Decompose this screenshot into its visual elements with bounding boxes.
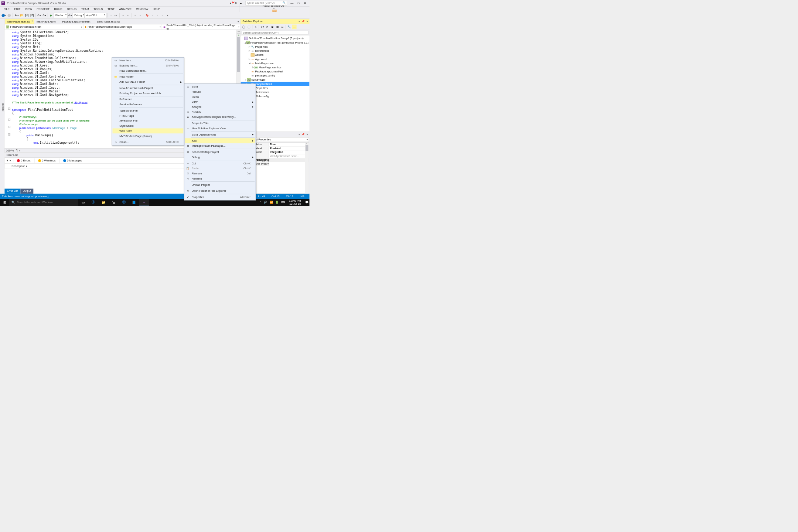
- fold-toggle[interactable]: -: [8, 108, 10, 110]
- tab-mainpage-cs[interactable]: MainPage.xaml.cs: [5, 19, 34, 24]
- tray-volume-icon[interactable]: 🔊: [264, 201, 267, 204]
- start-button[interactable]: ⊞: [0, 199, 9, 206]
- tabs-overflow-button[interactable]: ▾: [236, 19, 241, 24]
- menu-analyze[interactable]: ANALYZE: [117, 7, 134, 12]
- menu-item[interactable]: ▭New Solution Explorer View: [185, 126, 255, 131]
- tab-mainpage-xaml[interactable]: MainPage.xaml: [34, 19, 60, 24]
- taskbar-app[interactable]: 📘: [129, 199, 139, 206]
- tray-battery-icon[interactable]: 🔋: [275, 201, 279, 204]
- se-collapse-button[interactable]: ▣: [270, 24, 274, 29]
- se-properties-button[interactable]: 🔧: [287, 24, 291, 29]
- errors-filter[interactable]: 0 Errors: [16, 158, 32, 163]
- tb-btn-2[interactable]: ▭: [113, 13, 119, 18]
- undo-button[interactable]: ↶▾: [37, 13, 42, 18]
- menu-item[interactable]: MVC 5 View Page (Razor): [113, 133, 184, 139]
- menu-item[interactable]: Rebuild: [185, 89, 255, 95]
- nav-forward-button[interactable]: [7, 13, 12, 18]
- messages-filter[interactable]: 0 Messages: [62, 158, 83, 163]
- project-context-menu[interactable]: ▭BuildRebuildCleanView▶Analyze▶⊕Publish.…: [184, 83, 256, 200]
- menu-item[interactable]: ⊕Publish...: [185, 109, 255, 115]
- error-filter-button[interactable]: ▼ ▾: [6, 159, 11, 162]
- menu-item[interactable]: Existing Project as Azure WebJob: [113, 91, 184, 96]
- menu-item[interactable]: Reference...: [113, 97, 184, 102]
- panel-menu-button[interactable]: ▾: [297, 133, 301, 136]
- task-view-button[interactable]: ▭: [78, 199, 88, 206]
- se-preview-button[interactable]: ▭: [280, 24, 284, 29]
- warnings-filter[interactable]: 0 Warnings: [37, 158, 57, 163]
- menu-item[interactable]: ↻Open Folder in File Explorer: [185, 188, 255, 194]
- tray-notifications-icon[interactable]: 💬: [305, 201, 308, 204]
- menu-item[interactable]: Web Form: [113, 128, 184, 133]
- platform-select[interactable]: Any CPU: [85, 13, 106, 18]
- panel-pin-button[interactable]: 📌: [301, 133, 305, 136]
- expand-button[interactable]: +: [237, 33, 241, 37]
- taskbar-clock[interactable]: 12:40 PM12-Jul-15: [287, 200, 303, 205]
- open-file-button[interactable]: 📂: [19, 13, 24, 18]
- menu-item[interactable]: New Scaffolded Item...: [113, 68, 184, 73]
- quick-launch-input[interactable]: Quick Launch (Ctrl+Q): [245, 1, 287, 5]
- menu-item[interactable]: Unload Project: [185, 182, 255, 187]
- menu-team[interactable]: TEAM: [79, 7, 91, 12]
- panel-menu-button[interactable]: ▾: [297, 20, 301, 23]
- tb-btn-1[interactable]: ▭: [108, 13, 113, 18]
- panel-pin-button[interactable]: 📌: [301, 20, 305, 23]
- taskbar-explorer[interactable]: 📁: [99, 199, 109, 206]
- tab-sendtoast[interactable]: SendToast.aspx.cs: [95, 19, 125, 24]
- nav-class-select[interactable]: ◆FinalPushNotificationTest.MainPage: [83, 24, 162, 30]
- menu-help[interactable]: HELP: [150, 7, 162, 12]
- panel-close-button[interactable]: ✕: [305, 133, 309, 136]
- tb-btn-6[interactable]: ≡: [138, 13, 143, 18]
- menu-item[interactable]: ▭New Item...Ctrl+Shift+A: [113, 58, 184, 63]
- menu-view[interactable]: VIEW: [23, 7, 34, 12]
- system-tray[interactable]: ˄ 🔊 📶 🔋 ⌨ 12:40 PM12-Jul-15 💬: [259, 200, 310, 205]
- new-project-button[interactable]: 🗎▾: [14, 13, 19, 18]
- menu-item[interactable]: New Azure WebJob Project: [113, 86, 184, 91]
- fold-toggle[interactable]: -: [8, 126, 10, 128]
- menu-item[interactable]: Build Dependencies▶: [185, 132, 255, 137]
- save-all-button[interactable]: 💾: [30, 13, 35, 18]
- tb-btn-4[interactable]: ⇤: [126, 13, 131, 18]
- se-showall-button[interactable]: ▦: [275, 24, 280, 29]
- fold-toggle[interactable]: -: [8, 119, 10, 121]
- menu-item[interactable]: Add▶: [185, 138, 255, 143]
- redo-button[interactable]: ↷▾: [42, 13, 47, 18]
- notifications-button[interactable]: ▾🚩 8: [230, 1, 236, 5]
- solution-explorer-header[interactable]: Solution Explorer ▾ 📌 ✕: [241, 19, 309, 24]
- config-select[interactable]: Debug: [73, 13, 85, 18]
- menu-item[interactable]: Analyze▶: [185, 105, 255, 110]
- menu-item[interactable]: 📋PasteCtrl+V: [185, 166, 255, 171]
- menu-item[interactable]: ✂CutCtrl+X: [185, 161, 255, 166]
- menu-item[interactable]: ⚙Set as StartUp Project: [185, 150, 255, 155]
- se-view-button[interactable]: —: [292, 24, 296, 29]
- taskbar-search[interactable]: 🔍Search the web and Windows: [9, 199, 78, 206]
- tab-error-list[interactable]: Error List: [4, 189, 20, 194]
- toolbox-panel[interactable]: Toolbox: [0, 19, 4, 194]
- menu-edit[interactable]: EDIT: [12, 7, 23, 12]
- menu-debug[interactable]: DEBUG: [65, 7, 79, 12]
- taskbar-ie[interactable]: ⓔ: [119, 199, 129, 206]
- start-debug-button[interactable]: ▶: [49, 13, 54, 18]
- menu-file[interactable]: FILE: [1, 7, 12, 12]
- menu-item[interactable]: ◆Add Application Insights Telemetry...: [185, 115, 255, 120]
- split-button[interactable]: —: [237, 30, 241, 33]
- nav-member-select[interactable]: ◉PushChannelBtn_Click(object sender, Rou…: [162, 24, 240, 30]
- se-home-button[interactable]: ⌂: [253, 24, 258, 29]
- tb-btn-8[interactable]: ↘: [155, 13, 160, 18]
- tb-btn-3[interactable]: ⇥: [120, 13, 126, 18]
- browser-select[interactable]: Firefox: [54, 13, 68, 18]
- se-fwd-button[interactable]: ◯: [247, 24, 251, 29]
- zoom-select[interactable]: 100 %: [4, 149, 18, 152]
- add-submenu[interactable]: ▭New Item...Ctrl+Shift+A▭Existing Item..…: [112, 57, 184, 145]
- tb-btn-5[interactable]: ≡: [133, 13, 138, 18]
- menu-tools[interactable]: TOOLS: [91, 7, 105, 12]
- menu-item[interactable]: JavaScript File: [113, 118, 184, 123]
- menu-item[interactable]: ▭Existing Item...Shift+Alt+A: [113, 63, 184, 68]
- menu-item[interactable]: 📁New Folder: [113, 74, 184, 79]
- menu-item[interactable]: ▭Build: [185, 84, 255, 89]
- save-button[interactable]: 💾: [24, 13, 30, 18]
- se-refresh-button[interactable]: ⟳: [265, 24, 269, 29]
- panel-close-button[interactable]: ✕: [305, 20, 309, 23]
- menu-project[interactable]: PROJECT: [34, 7, 52, 12]
- menu-item[interactable]: Add ASP.NET Folder▶: [113, 79, 184, 85]
- tb-bookmark[interactable]: 🔖: [145, 13, 150, 18]
